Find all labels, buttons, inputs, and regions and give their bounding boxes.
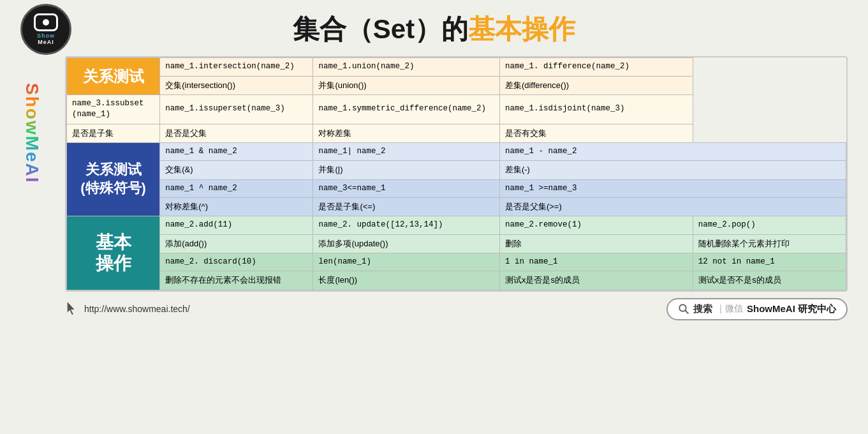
table-row: name_2. discard(10) len(name_1) 1 in nam… (67, 253, 846, 271)
table-cell: name_2.remove(1) (499, 216, 693, 235)
table-cell: name_1 - name_2 (499, 142, 846, 161)
table-cell: 差集(-) (499, 161, 846, 179)
table-cell: 删除 (499, 234, 693, 253)
table-row: name_1 ^ name_2 name_3<=name_1 name_1 >=… (67, 179, 846, 198)
table-row: 交集(&) 并集(|) 差集(-) (67, 161, 846, 179)
logo-show-text: Show (37, 33, 55, 39)
table-cell: name_1. difference(name_2) (499, 58, 693, 77)
section-header-basic: 基本操作 (67, 216, 160, 290)
page-title: 集合（Set）的基本操作 (293, 11, 575, 47)
table-cell: 随机删除某个元素并打印 (693, 234, 846, 253)
table-cell: name_1| name_2 (313, 142, 499, 161)
logo-meai-text: MeAI (38, 39, 54, 45)
header: Show MeAI 集合（Set）的基本操作 (20, 11, 848, 47)
logo-circle: Show MeAI (20, 4, 71, 55)
table-cell: 交集(&) (160, 161, 313, 179)
table-cell: name_1.union(name_2) (313, 58, 499, 77)
table-cell: 添加(add()) (160, 234, 313, 253)
table-cell: 并集(|) (313, 161, 499, 179)
footer-left: http://www.showmeai.tech/ (65, 302, 190, 316)
table-cell: name_1 ^ name_2 (160, 179, 313, 198)
sidebar-text: ShowMeAI (22, 83, 42, 184)
svg-line-1 (685, 310, 688, 313)
footer-brand: ShowMeAI 研究中心 (747, 303, 836, 315)
table-row: 关系测试(特殊符号) name_1 & name_2 name_1| name_… (67, 142, 846, 161)
search-icon (678, 303, 689, 315)
table-cell: name_1.issuperset(name_3) (160, 94, 313, 124)
footer-divider: ｜微信 (716, 303, 743, 315)
table-cell: 是否有交集 (499, 124, 693, 142)
table-row: 对称差集(^) 是否是子集(<=) 是否是父集(>=) (67, 198, 846, 216)
table-cell: 删除不存在的元素不会出现报错 (160, 271, 313, 290)
logo-area: Show MeAI (20, 4, 71, 55)
table-cell: len(name_1) (313, 253, 499, 271)
table-container: 关系测试 name_1.intersection(name_2) name_1.… (65, 56, 848, 292)
table-cell: name_2. update([12,13,14]) (313, 216, 499, 235)
table-cell: name_3.issubset (name_1) (67, 94, 160, 124)
table-cell: 是否是父集 (160, 124, 313, 142)
table-cell: 差集(difference()) (499, 76, 693, 94)
table-row: 交集(intersection()) 并集(union()) 差集(differ… (67, 76, 846, 94)
section-header-special: 关系测试(特殊符号) (67, 142, 160, 216)
table-cell: 交集(intersection()) (160, 76, 313, 94)
table-cell: name_1.symmetric_difference(name_2) (313, 94, 499, 124)
footer-search-label: 搜索 (693, 303, 712, 315)
section-header-relation: 关系测试 (67, 58, 160, 95)
main-table-area: 关系测试 name_1.intersection(name_2) name_1.… (65, 56, 848, 292)
table-cell: 对称差集 (313, 124, 499, 142)
table-row: 基本操作 name_2.add(11) name_2. update([12,1… (67, 216, 846, 235)
table-cell: 并集(union()) (313, 76, 499, 94)
table-cell: 1 in name_1 (499, 253, 693, 271)
table-cell: name_2.pop() (693, 216, 846, 235)
table-cell: name_2.add(11) (160, 216, 313, 235)
table-cell: name_3<=name_1 (313, 179, 499, 198)
footer-search-box[interactable]: 搜索 ｜微信 ShowMeAI 研究中心 (666, 298, 848, 320)
main-table: 关系测试 name_1.intersection(name_2) name_1.… (66, 57, 846, 290)
title-highlight: 基本操作 (468, 14, 575, 44)
svg-point-0 (679, 304, 686, 311)
table-row: 删除不存在的元素不会出现报错 长度(len()) 测试x是否是s的成员 测试x是… (67, 271, 846, 290)
table-cell: 测试x是否不是s的成员 (693, 271, 846, 290)
table-cell: 添加多项(update()) (313, 234, 499, 253)
logo-icon (34, 13, 58, 31)
table-cell: name_1.intersection(name_2) (160, 58, 313, 77)
table-row: name_3.issubset (name_1) name_1.issupers… (67, 94, 846, 124)
table-cell: name_1.isdisjoint(name_3) (499, 94, 693, 124)
footer-url: http://www.showmeai.tech/ (84, 304, 190, 314)
table-cell: 长度(len()) (313, 271, 499, 290)
title-part1: 集合（Set）的 (293, 14, 468, 44)
table-cell: name_1 >=name_3 (499, 179, 846, 198)
cursor-icon (65, 302, 79, 316)
table-cell: 是否是子集(<=) (313, 198, 499, 216)
table-cell: name_2. discard(10) (160, 253, 313, 271)
table-cell: 12 not in name_1 (693, 253, 846, 271)
table-row: 添加(add()) 添加多项(update()) 删除 随机删除某个元素并打印 (67, 234, 846, 253)
footer: http://www.showmeai.tech/ 搜索 ｜微信 ShowMeA… (65, 298, 848, 320)
table-cell: 是否是父集(>=) (499, 198, 846, 216)
table-cell: 测试x是否是s的成员 (499, 271, 693, 290)
table-row: 关系测试 name_1.intersection(name_2) name_1.… (67, 58, 846, 77)
table-row: 是否是子集 是否是父集 对称差集 是否有交集 (67, 124, 846, 142)
page-wrapper: Show MeAI 集合（Set）的基本操作 ShowMeAI 关系测试 nam… (0, 0, 868, 434)
table-cell: name_1 & name_2 (160, 142, 313, 161)
sidebar-label: ShowMeAI (20, 83, 43, 184)
table-cell: 是否是子集 (67, 124, 160, 142)
table-cell: 对称差集(^) (160, 198, 313, 216)
